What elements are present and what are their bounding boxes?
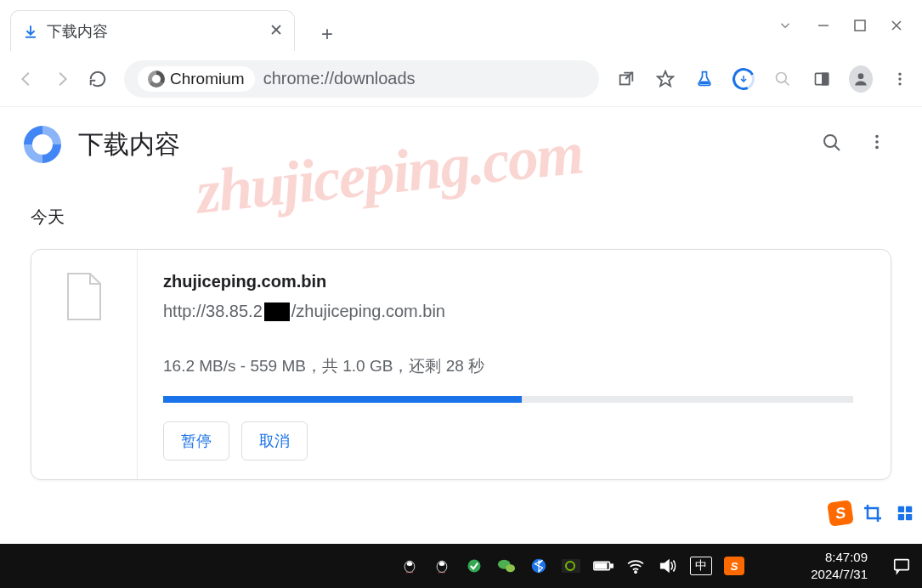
svg-point-17	[898, 82, 901, 85]
side-panel-icon[interactable]	[810, 71, 834, 88]
page-search-icon[interactable]	[822, 133, 842, 156]
tb-wifi-icon[interactable]	[625, 558, 646, 574]
taskbar: 中 S 8:47:09 2024/7/31	[0, 544, 922, 588]
taskbar-clock[interactable]: 8:47:09 2024/7/31	[811, 549, 868, 584]
svg-point-28	[407, 562, 413, 566]
app-logo-icon	[24, 126, 61, 163]
tb-sogou-icon[interactable]: S	[724, 557, 744, 575]
svg-point-21	[875, 140, 879, 144]
file-icon	[65, 272, 104, 321]
svg-point-20	[875, 135, 879, 139]
window-close-icon[interactable]	[890, 19, 903, 32]
svg-rect-26	[906, 514, 912, 520]
svg-rect-23	[898, 506, 904, 512]
tb-ime-indicator[interactable]: 中	[690, 557, 712, 575]
svg-line-11	[785, 81, 789, 85]
apps-icon[interactable]	[893, 501, 917, 525]
tb-nvidia-icon[interactable]	[561, 559, 581, 573]
section-label-today: 今天	[31, 206, 891, 229]
page-menu-icon[interactable]	[868, 133, 886, 156]
tb-notifications-icon[interactable]	[891, 557, 912, 575]
svg-rect-1	[855, 20, 865, 31]
tb-check-icon[interactable]	[464, 557, 484, 574]
tray-icons: S	[829, 501, 922, 525]
redacted-block	[264, 302, 290, 321]
bookmark-icon[interactable]	[653, 70, 677, 88]
pause-button[interactable]: 暂停	[163, 421, 229, 461]
svg-point-16	[898, 77, 901, 80]
share-icon[interactable]	[614, 70, 638, 88]
svg-rect-38	[610, 564, 613, 568]
tab-title: 下载内容	[47, 21, 262, 42]
search-icon[interactable]	[771, 71, 795, 88]
download-filename: zhujiceping.com.bin	[163, 272, 853, 291]
svg-rect-42	[895, 560, 909, 570]
url-text: chrome://downloads	[263, 69, 416, 88]
chrome-menu-icon[interactable]	[888, 71, 912, 88]
svg-point-14	[858, 73, 864, 79]
progress-fill	[163, 396, 522, 403]
tb-wechat-icon[interactable]	[496, 557, 517, 574]
download-stats: 16.2 MB/s - 559 MB，共 1.0 GB，还剩 28 秒	[163, 355, 853, 377]
svg-point-22	[875, 146, 879, 150]
tab-close-icon[interactable]	[270, 22, 282, 40]
svg-line-19	[834, 145, 840, 150]
back-button[interactable]	[10, 63, 42, 95]
tb-volume-icon[interactable]	[658, 557, 678, 574]
clock-time: 8:47:09	[811, 549, 868, 566]
forward-button[interactable]	[46, 63, 78, 95]
address-bar: Chromium chrome://downloads	[0, 51, 922, 107]
svg-rect-25	[898, 514, 904, 520]
svg-point-40	[635, 571, 636, 573]
svg-point-15	[898, 72, 901, 75]
profile-avatar[interactable]	[849, 65, 873, 93]
svg-point-30	[439, 562, 445, 566]
cancel-button[interactable]: 取消	[241, 421, 308, 461]
svg-point-18	[824, 135, 836, 147]
labs-icon[interactable]	[693, 70, 716, 88]
window-dropdown-icon[interactable]	[778, 18, 793, 33]
tb-bluetooth-icon[interactable]	[529, 558, 549, 574]
svg-marker-9	[658, 71, 673, 85]
tb-qq2-icon[interactable]	[432, 557, 452, 574]
download-icon	[23, 24, 38, 39]
tb-qq1-icon[interactable]	[399, 557, 420, 574]
svg-marker-41	[661, 561, 669, 572]
new-tab-button[interactable]: +	[310, 22, 344, 46]
tab-downloads[interactable]: 下载内容	[10, 10, 295, 51]
sogou-icon[interactable]: S	[827, 500, 854, 527]
site-chip-label: Chromium	[170, 70, 245, 88]
window-maximize-icon[interactable]	[854, 20, 866, 31]
crop-icon[interactable]	[861, 501, 885, 525]
svg-point-10	[777, 72, 787, 82]
progress-bar	[163, 396, 853, 403]
svg-rect-24	[906, 506, 912, 512]
svg-point-31	[468, 560, 481, 573]
site-chip[interactable]: Chromium	[138, 66, 255, 92]
download-url: http://38.85.2/zhujiceping.com.bin	[163, 302, 853, 321]
page-header: 下载内容	[0, 107, 922, 172]
downloads-button[interactable]	[732, 68, 755, 90]
window-minimize-icon[interactable]	[817, 19, 830, 32]
tb-battery-icon[interactable]	[593, 559, 614, 573]
chromium-icon	[148, 71, 165, 88]
clock-date: 2024/7/31	[811, 566, 868, 583]
reload-button[interactable]	[82, 63, 114, 95]
page-title: 下载内容	[78, 127, 805, 162]
svg-rect-39	[596, 563, 607, 568]
svg-point-33	[506, 564, 515, 572]
omnibox[interactable]: Chromium chrome://downloads	[124, 60, 599, 98]
svg-rect-13	[823, 73, 829, 84]
download-card: zhujiceping.com.bin http://38.85.2/zhuji…	[31, 249, 891, 480]
